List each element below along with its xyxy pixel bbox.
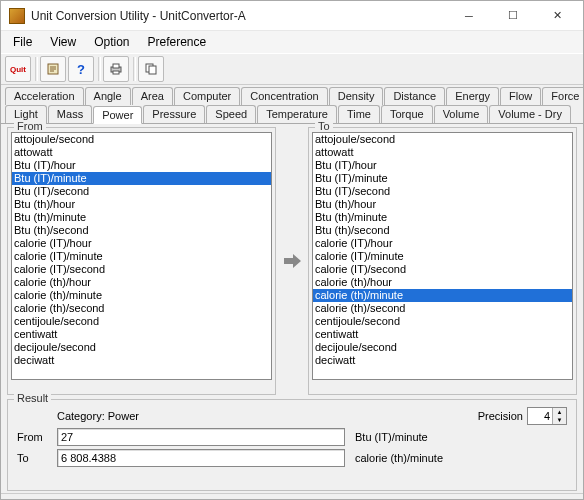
- tab-volume[interactable]: Volume: [434, 105, 489, 123]
- quit-button[interactable]: Quit: [5, 56, 31, 82]
- result-from-input[interactable]: [57, 428, 345, 446]
- tab-density[interactable]: Density: [329, 87, 384, 105]
- precision-label: Precision: [478, 410, 523, 422]
- list-item[interactable]: calorie (th)/hour: [313, 276, 572, 289]
- menu-preference[interactable]: Preference: [140, 33, 215, 51]
- list-item[interactable]: deciwatt: [12, 354, 271, 367]
- category-tabs-row2: LightMassPowerPressureSpeedTemperatureTi…: [1, 105, 583, 123]
- tab-angle[interactable]: Angle: [85, 87, 131, 105]
- menu-file[interactable]: File: [5, 33, 40, 51]
- to-legend: To: [315, 120, 333, 132]
- menubar: File View Option Preference: [1, 31, 583, 53]
- list-item[interactable]: calorie (IT)/hour: [313, 237, 572, 250]
- tab-time[interactable]: Time: [338, 105, 380, 123]
- app-icon: [9, 8, 25, 24]
- toolbar-separator: [98, 57, 101, 81]
- tab-computer[interactable]: Computer: [174, 87, 240, 105]
- svg-rect-2: [113, 64, 119, 68]
- titlebar: Unit Conversion Utility - UnitConvertor-…: [1, 1, 583, 31]
- tab-speed[interactable]: Speed: [206, 105, 256, 123]
- tab-pressure[interactable]: Pressure: [143, 105, 205, 123]
- list-item[interactable]: calorie (th)/hour: [12, 276, 271, 289]
- result-to-unit: calorie (th)/minute: [351, 452, 567, 464]
- result-from-label: From: [17, 431, 51, 443]
- statusbar: [1, 493, 583, 500]
- list-item[interactable]: Btu (IT)/hour: [313, 159, 572, 172]
- list-item[interactable]: Btu (th)/minute: [313, 211, 572, 224]
- list-item[interactable]: calorie (th)/second: [12, 302, 271, 315]
- list-item[interactable]: attojoule/second: [313, 133, 572, 146]
- tab-mass[interactable]: Mass: [48, 105, 92, 123]
- list-item[interactable]: centijoule/second: [12, 315, 271, 328]
- list-item[interactable]: deciwatt: [313, 354, 572, 367]
- from-group: From attojoule/secondattowattBtu (IT)/ho…: [7, 127, 276, 395]
- maximize-button[interactable]: ☐: [491, 2, 535, 30]
- list-item[interactable]: centiwatt: [12, 328, 271, 341]
- list-item[interactable]: Btu (IT)/minute: [12, 172, 271, 185]
- list-item[interactable]: Btu (IT)/second: [313, 185, 572, 198]
- list-item[interactable]: calorie (IT)/hour: [12, 237, 271, 250]
- precision-spinner[interactable]: ▲ ▼: [527, 407, 567, 425]
- svg-rect-3: [113, 71, 119, 74]
- list-item[interactable]: attojoule/second: [12, 133, 271, 146]
- list-item[interactable]: Btu (th)/minute: [12, 211, 271, 224]
- list-item[interactable]: Btu (IT)/hour: [12, 159, 271, 172]
- from-listbox[interactable]: attojoule/secondattowattBtu (IT)/hourBtu…: [11, 132, 272, 380]
- menu-option[interactable]: Option: [86, 33, 137, 51]
- tab-area[interactable]: Area: [132, 87, 173, 105]
- tab-flow[interactable]: Flow: [500, 87, 541, 105]
- tab-volume-dry[interactable]: Volume - Dry: [489, 105, 571, 123]
- tab-force[interactable]: Force: [542, 87, 584, 105]
- list-item[interactable]: calorie (th)/second: [313, 302, 572, 315]
- minimize-button[interactable]: ─: [447, 2, 491, 30]
- precision-down[interactable]: ▼: [552, 416, 566, 424]
- tab-torque[interactable]: Torque: [381, 105, 433, 123]
- tab-power[interactable]: Power: [93, 106, 142, 124]
- arrow-right-icon: [281, 250, 303, 272]
- list-item[interactable]: Btu (IT)/second: [12, 185, 271, 198]
- arrow-column: [280, 127, 304, 395]
- precision-input[interactable]: [528, 408, 552, 424]
- list-item[interactable]: attowatt: [12, 146, 271, 159]
- print-button[interactable]: [103, 56, 129, 82]
- result-to-label: To: [17, 452, 51, 464]
- list-item[interactable]: calorie (IT)/second: [12, 263, 271, 276]
- printer-icon: [109, 62, 123, 76]
- tab-distance[interactable]: Distance: [384, 87, 445, 105]
- result-to-input[interactable]: [57, 449, 345, 467]
- help-button[interactable]: ?: [68, 56, 94, 82]
- tab-concentration[interactable]: Concentration: [241, 87, 328, 105]
- list-item[interactable]: centiwatt: [313, 328, 572, 341]
- close-button[interactable]: ✕: [535, 2, 579, 30]
- list-item[interactable]: calorie (th)/minute: [313, 289, 572, 302]
- tab-energy[interactable]: Energy: [446, 87, 499, 105]
- svg-rect-5: [149, 66, 156, 74]
- precision-up[interactable]: ▲: [552, 408, 566, 416]
- to-listbox[interactable]: attojoule/secondattowattBtu (IT)/hourBtu…: [312, 132, 573, 380]
- page-icon: [46, 62, 60, 76]
- result-legend: Result: [14, 392, 51, 404]
- list-item[interactable]: Btu (th)/second: [12, 224, 271, 237]
- result-from-unit: Btu (IT)/minute: [351, 431, 567, 443]
- tab-acceleration[interactable]: Acceleration: [5, 87, 84, 105]
- list-item[interactable]: decijoule/second: [12, 341, 271, 354]
- question-icon: ?: [77, 62, 85, 77]
- window-title: Unit Conversion Utility - UnitConvertor-…: [31, 9, 447, 23]
- list-item[interactable]: Btu (th)/second: [313, 224, 572, 237]
- list-item[interactable]: decijoule/second: [313, 341, 572, 354]
- list-item[interactable]: Btu (IT)/minute: [313, 172, 572, 185]
- list-item[interactable]: centijoule/second: [313, 315, 572, 328]
- toolbar: Quit ?: [1, 53, 583, 85]
- list-item[interactable]: calorie (IT)/minute: [12, 250, 271, 263]
- list-item[interactable]: Btu (th)/hour: [12, 198, 271, 211]
- list-item[interactable]: attowatt: [313, 146, 572, 159]
- copy-button[interactable]: [138, 56, 164, 82]
- category-tabs-row1: AccelerationAngleAreaComputerConcentrati…: [1, 85, 583, 105]
- menu-view[interactable]: View: [42, 33, 84, 51]
- list-item[interactable]: Btu (th)/hour: [313, 198, 572, 211]
- copy-icon: [144, 62, 158, 76]
- list-item[interactable]: calorie (IT)/minute: [313, 250, 572, 263]
- list-item[interactable]: calorie (th)/minute: [12, 289, 271, 302]
- list-item[interactable]: calorie (IT)/second: [313, 263, 572, 276]
- toolbar-button-1[interactable]: [40, 56, 66, 82]
